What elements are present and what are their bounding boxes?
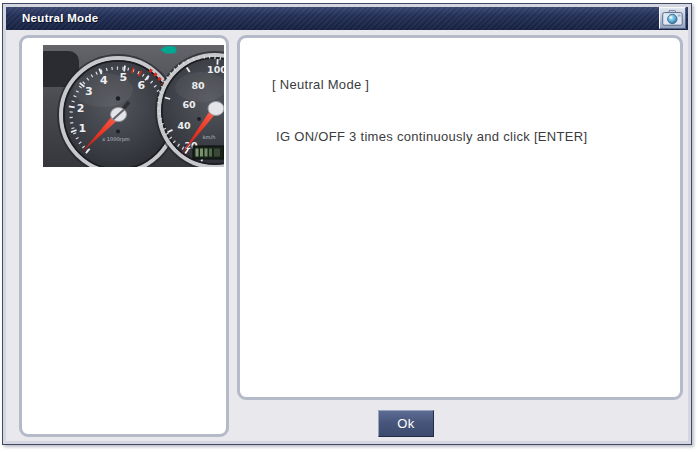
speedometer-unit-label: km/h xyxy=(203,134,216,140)
instruction-text: IG ON/OFF 3 times continuously and click… xyxy=(276,129,587,144)
tachometer-number: 5 xyxy=(119,71,127,84)
dialog-window: Neutral Mode xyxy=(2,3,692,445)
camera-icon xyxy=(662,10,683,26)
mode-heading: [ Neutral Mode ] xyxy=(272,77,369,92)
message-panel: [ Neutral Mode ] IG ON/OFF 3 times conti… xyxy=(237,35,683,400)
titlebar: Neutral Mode xyxy=(6,7,688,30)
dialog-content: 1 2 3 4 5 6 x 1000rpm xyxy=(6,30,688,441)
tachometer-number: 6 xyxy=(138,79,146,92)
speedometer-number: 40 xyxy=(177,120,191,131)
tachometer-number: 4 xyxy=(100,74,108,87)
window-title: Neutral Mode xyxy=(22,7,98,30)
speedometer-number: 60 xyxy=(182,99,196,110)
image-panel: 1 2 3 4 5 6 x 1000rpm xyxy=(19,35,229,437)
ok-button[interactable]: Ok xyxy=(378,410,434,437)
camera-button[interactable] xyxy=(659,7,686,29)
tachometer-number: 1 xyxy=(78,122,86,135)
speedometer-number: 80 xyxy=(191,80,205,91)
tachometer-number: 2 xyxy=(77,102,85,115)
speedometer-number: 100 xyxy=(207,64,224,75)
ok-button-label: Ok xyxy=(397,416,415,431)
tachometer-unit-label: x 1000rpm xyxy=(102,136,130,143)
tachometer-number: 3 xyxy=(85,85,93,98)
instrument-cluster-image: 1 2 3 4 5 6 x 1000rpm xyxy=(43,45,224,167)
odometer-lcd xyxy=(193,146,224,159)
